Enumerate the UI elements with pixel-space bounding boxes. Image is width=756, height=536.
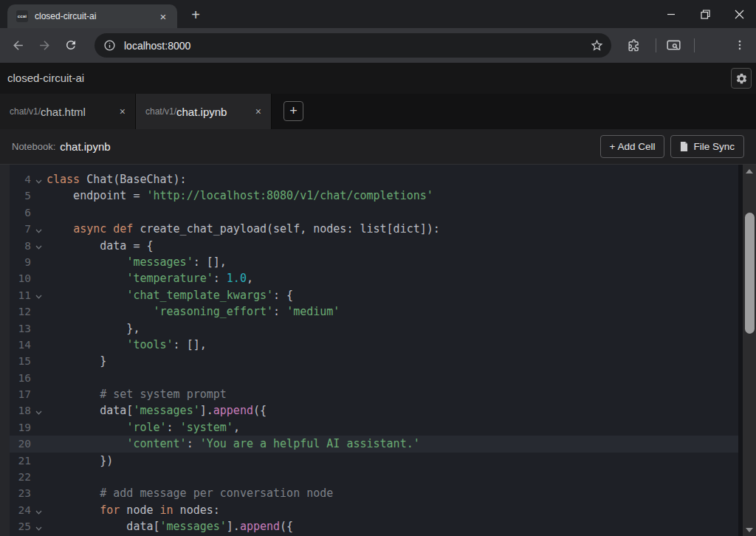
editor-tab-file: chat.html (41, 106, 86, 118)
code-line-14[interactable]: 14 'tools': [], (0, 337, 738, 353)
code-line-6[interactable]: 6 (0, 205, 738, 221)
fold-spacer (31, 254, 47, 270)
fold-chevron-icon[interactable] (31, 402, 47, 419)
code-text: async def create_chat_payload(self, node… (47, 221, 440, 237)
app-header: closed-circuit-ai (0, 63, 756, 94)
code-text: # set system prompt (47, 386, 227, 402)
notebook-toolbar: Notebook: chat.ipynb + Add Cell File Syn… (0, 129, 756, 165)
file-icon (680, 142, 688, 151)
code-text: data = { (47, 238, 154, 254)
code-line-21[interactable]: 21 }) (0, 453, 738, 469)
code-text: 'content': 'You are a helpful AI assista… (47, 436, 420, 452)
fold-spacer (31, 370, 47, 386)
browser-menu-icon[interactable] (728, 33, 752, 57)
code-line-4[interactable]: 4class Chat(BaseChat): (0, 171, 738, 188)
editor-left-margin (0, 165, 10, 536)
code-line-5[interactable]: 5 endpoint = 'http://localhost:8080/v1/c… (0, 188, 738, 204)
close-window-button[interactable] (722, 0, 756, 28)
editor-scrollbar[interactable] (738, 165, 756, 536)
code-line-17[interactable]: 17 # set system prompt (0, 386, 738, 402)
editor-tab-close-icon[interactable]: × (248, 106, 261, 117)
fold-chevron-icon[interactable] (31, 502, 47, 518)
gear-icon (735, 72, 748, 85)
code-line-20[interactable]: 20 'content': 'You are a helpful AI assi… (0, 436, 738, 452)
favicon: ccai (16, 10, 28, 22)
settings-button[interactable] (731, 68, 752, 89)
file-sync-label: File Sync (693, 141, 735, 152)
back-icon[interactable] (6, 33, 30, 57)
scrollbar-down-arrow-icon[interactable] (746, 528, 753, 532)
fold-spacer (31, 386, 47, 402)
fold-spacer (31, 320, 47, 337)
bookmark-star-icon[interactable] (590, 38, 604, 52)
browser-tab-close-icon[interactable]: × (157, 10, 170, 23)
url-text[interactable]: localhost:8000 (124, 40, 590, 52)
fold-spacer (31, 188, 47, 204)
code-line-18[interactable]: 18 data['messages'].append({ (0, 402, 738, 419)
code-line-25[interactable]: 25 data['messages'].append({ (0, 518, 738, 535)
forward-icon[interactable] (32, 33, 56, 57)
minimize-button[interactable] (654, 0, 688, 28)
fold-chevron-icon[interactable] (31, 221, 47, 237)
code-lines: 4class Chat(BaseChat):5 endpoint = 'http… (0, 165, 738, 536)
fold-spacer (31, 270, 47, 286)
code-line-10[interactable]: 10 'temperature': 1.0, (0, 270, 738, 286)
add-cell-button[interactable]: + Add Cell (600, 135, 665, 158)
code-text: for node in nodes: (47, 502, 220, 518)
code-line-24[interactable]: 24 for node in nodes: (0, 502, 738, 518)
toolbar-separator (694, 38, 695, 52)
code-text: data['messages'].append({ (47, 518, 293, 535)
editor-tab-file: chat.ipynb (176, 106, 227, 118)
code-line-16[interactable]: 16 (0, 370, 738, 386)
window-controls (654, 0, 756, 28)
fold-spacer (31, 303, 47, 320)
scrollbar-thumb[interactable] (745, 213, 755, 334)
code-text: 'temperature': 1.0, (47, 270, 253, 286)
extensions-icon[interactable] (622, 33, 645, 57)
editor-tab-chat-ipynb[interactable]: chat/v1/chat.ipynb × (136, 94, 272, 129)
address-bar[interactable]: localhost:8000 (94, 33, 611, 58)
code-line-15[interactable]: 15 } (0, 353, 738, 369)
search-tabs-icon[interactable] (662, 33, 685, 57)
code-line-19[interactable]: 19 'role': 'system', (0, 419, 738, 436)
reload-icon[interactable] (59, 33, 83, 57)
add-cell-label: + Add Cell (610, 141, 656, 152)
code-line-9[interactable]: 9 'messages': [], (0, 254, 738, 270)
code-line-13[interactable]: 13 }, (0, 320, 738, 337)
fold-chevron-icon[interactable] (31, 238, 47, 254)
fold-chevron-icon[interactable] (31, 171, 47, 188)
toolbar-separator (656, 38, 656, 52)
browser-toolbar: localhost:8000 S (0, 28, 756, 63)
code-line-12[interactable]: 12 'reasoning_effort': 'medium' (0, 303, 738, 320)
scrollbar-up-arrow-icon[interactable] (746, 169, 753, 173)
browser-titlebar: ccai closed-circuit-ai × + (0, 0, 756, 28)
editor-tab-close-icon[interactable]: × (112, 106, 126, 117)
code-line-8[interactable]: 8 data = { (0, 238, 738, 254)
restore-button[interactable] (688, 0, 722, 28)
fold-spacer (31, 353, 47, 369)
editor-tab-path: chat/v1/ (10, 106, 41, 117)
editor-tab-chat-html[interactable]: chat/v1/chat.html × (0, 94, 136, 129)
code-line-22[interactable]: 22 (0, 469, 738, 485)
add-editor-tab-button[interactable]: + (284, 101, 303, 121)
fold-spacer (31, 205, 47, 221)
browser-new-tab-button[interactable]: + (187, 6, 205, 24)
code-text: }) (47, 453, 113, 469)
fold-spacer (31, 469, 47, 485)
app-title: closed-circuit-ai (7, 72, 84, 84)
editor-tabbar: chat/v1/chat.html × chat/v1/chat.ipynb ×… (0, 94, 756, 129)
editor-tab-path: chat/v1/ (145, 106, 176, 117)
fold-spacer (31, 453, 47, 469)
file-sync-button[interactable]: File Sync (670, 135, 744, 158)
code-line-23[interactable]: 23 # add message per conversation node (0, 485, 738, 501)
code-line-11[interactable]: 11 'chat_template_kwargs': { (0, 287, 738, 303)
code-text: 'reasoning_effort': 'medium' (47, 303, 340, 320)
browser-tab[interactable]: ccai closed-circuit-ai × (7, 4, 177, 28)
fold-spacer (31, 337, 47, 353)
code-text: 'role': 'system', (47, 419, 240, 436)
site-info-icon[interactable] (103, 39, 116, 52)
code-line-7[interactable]: 7 async def create_chat_payload(self, no… (0, 221, 738, 237)
fold-chevron-icon[interactable] (31, 518, 47, 535)
fold-chevron-icon[interactable] (31, 287, 47, 303)
code-editor[interactable]: 4class Chat(BaseChat):5 endpoint = 'http… (0, 165, 756, 536)
